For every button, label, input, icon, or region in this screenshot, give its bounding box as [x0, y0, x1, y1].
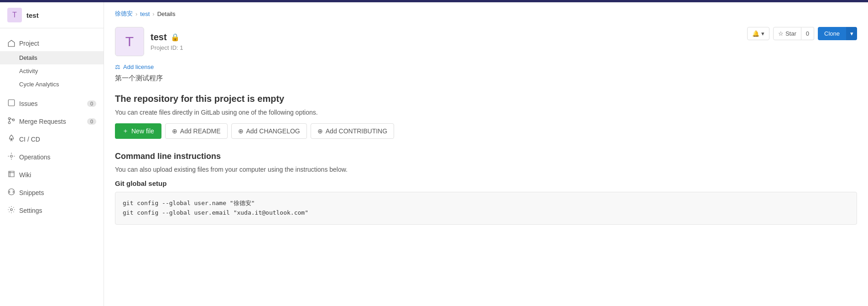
sidebar: T test Project Details Activity Cycle An… — [0, 2, 104, 306]
sidebar-item-cycle-analytics[interactable]: Cycle Analytics — [0, 78, 104, 91]
bell-icon: 🔔 — [752, 30, 759, 37]
svg-rect-0 — [8, 100, 15, 106]
project-meta: test 🔒 Project ID: 1 — [151, 32, 183, 51]
sidebar-item-ci-cd[interactable]: CI / CD — [0, 130, 104, 148]
new-file-button[interactable]: ＋ New file — [115, 123, 161, 139]
breadcrumb-user[interactable]: 徐德安 — [115, 10, 133, 18]
header-actions: 🔔 ▾ ☆ Star 0 Clone ▾ — [747, 27, 857, 40]
code-line-2: git config --global user.email "xuda.it@… — [123, 208, 849, 218]
sidebar-item-snippets[interactable]: Snippets — [0, 184, 104, 201]
operations-nav-left: Operations — [7, 152, 50, 162]
svg-point-2 — [8, 121, 10, 124]
action-buttons: ＋ New file ⊕ Add README ⊕ Add CHANGELOG … — [115, 123, 857, 139]
add-changelog-label: Add CHANGELOG — [246, 127, 300, 135]
clone-group: Clone ▾ — [818, 27, 857, 40]
sidebar-item-details[interactable]: Details — [0, 51, 104, 64]
operations-label: Operations — [19, 153, 50, 161]
breadcrumb-sep-1: › — [135, 11, 137, 17]
cmd-section: Command line instructions You can also u… — [115, 152, 857, 225]
project-section-label: Project — [19, 40, 39, 47]
star-count: 0 — [801, 27, 814, 40]
ci-cd-nav-left: CI / CD — [7, 134, 40, 144]
contributing-icon: ⊕ — [317, 127, 323, 135]
operations-icon — [7, 152, 16, 162]
sidebar-item-activity[interactable]: Activity — [0, 64, 104, 78]
code-line-1: git config --global user.name "徐德安" — [123, 199, 849, 208]
merge-requests-badge: 0 — [87, 118, 96, 125]
license-icon: ⚖ — [115, 63, 120, 70]
wiki-label: Wiki — [19, 171, 31, 179]
project-description: 第一个测试程序 — [115, 74, 857, 83]
sidebar-item-operations[interactable]: Operations — [0, 148, 104, 166]
sidebar-item-wiki[interactable]: Wiki — [0, 166, 104, 184]
notification-button[interactable]: 🔔 ▾ — [747, 27, 769, 40]
breadcrumb-sep-2: › — [152, 11, 154, 17]
star-label: Star — [785, 30, 796, 37]
issues-icon — [7, 99, 16, 108]
svg-point-6 — [10, 155, 13, 158]
changelog-icon: ⊕ — [238, 127, 244, 135]
add-contributing-label: Add CONTRIBUTING — [326, 127, 387, 135]
breadcrumb: 徐德安 › test › Details — [115, 10, 857, 18]
rocket-icon — [7, 134, 16, 144]
merge-requests-nav-left: Merge Requests — [7, 116, 66, 126]
ci-cd-label: CI / CD — [19, 136, 40, 143]
notification-chevron: ▾ — [761, 30, 764, 37]
sidebar-project-header[interactable]: T test — [0, 2, 104, 28]
project-name-row: test 🔒 — [151, 32, 183, 42]
add-license-label: Add license — [123, 63, 154, 70]
merge-requests-label: Merge Requests — [19, 118, 66, 125]
add-license-link[interactable]: ⚖ Add license — [115, 63, 857, 70]
main-content: 徐德安 › test › Details T test 🔒 Project ID… — [104, 2, 868, 306]
clone-chevron-button[interactable]: ▾ — [846, 27, 857, 40]
project-avatar: T — [115, 27, 144, 56]
lock-icon: 🔒 — [171, 33, 180, 42]
star-icon: ☆ — [778, 30, 784, 37]
add-readme-button[interactable]: ⊕ Add README — [165, 123, 228, 139]
empty-repo-section: The repository for this project is empty… — [115, 94, 857, 139]
svg-point-10 — [10, 209, 13, 211]
star-group: ☆ Star 0 — [773, 27, 814, 40]
issues-nav-left: Issues — [7, 99, 37, 108]
new-file-label: New file — [131, 127, 154, 135]
home-icon — [7, 39, 16, 47]
snippets-icon — [7, 188, 16, 197]
cmd-description: You can also upload existing files from … — [115, 166, 857, 173]
star-button[interactable]: ☆ Star — [773, 27, 801, 40]
git-global-heading: Git global setup — [115, 179, 857, 187]
project-info: T test 🔒 Project ID: 1 — [115, 27, 183, 56]
empty-repo-description: You can create files directly in GitLab … — [115, 109, 857, 116]
project-name-text: test — [151, 32, 167, 42]
add-changelog-button[interactable]: ⊕ Add CHANGELOG — [231, 123, 307, 139]
settings-nav-left: Settings — [7, 206, 42, 215]
wiki-nav-left: Wiki — [7, 170, 31, 179]
plus-icon: ＋ — [122, 127, 129, 135]
merge-icon — [7, 116, 16, 126]
snippets-label: Snippets — [19, 189, 44, 196]
clone-button[interactable]: Clone — [818, 27, 846, 40]
project-id: Project ID: 1 — [151, 44, 183, 51]
breadcrumb-current: Details — [157, 11, 176, 17]
project-header: T test 🔒 Project ID: 1 🔔 ▾ ☆ — [115, 27, 857, 56]
snippets-nav-left: Snippets — [7, 188, 44, 197]
issues-label: Issues — [19, 100, 37, 107]
add-contributing-button[interactable]: ⊕ Add CONTRIBUTING — [311, 123, 394, 139]
code-block-global: git config --global user.name "徐德安" git … — [115, 192, 857, 225]
empty-repo-heading: The repository for this project is empty — [115, 94, 857, 104]
sidebar-item-settings[interactable]: Settings — [0, 201, 104, 219]
readme-icon: ⊕ — [172, 127, 177, 135]
breadcrumb-project[interactable]: test — [140, 11, 150, 17]
sidebar-project-title: test — [26, 11, 39, 19]
gear-icon — [7, 206, 16, 215]
cmd-subsection-global: Git global setup git config --global use… — [115, 179, 857, 225]
sidebar-project-section-header[interactable]: Project — [0, 36, 104, 51]
issues-badge: 0 — [87, 100, 96, 107]
sidebar-item-merge-requests[interactable]: Merge Requests 0 — [0, 112, 104, 130]
sidebar-item-issues[interactable]: Issues 0 — [0, 95, 104, 112]
add-readme-label: Add README — [180, 127, 221, 135]
cmd-heading: Command line instructions — [115, 152, 857, 161]
settings-label: Settings — [19, 207, 42, 214]
sidebar-navigation: Project Details Activity Cycle Analytics… — [0, 28, 104, 223]
sidebar-project-avatar: T — [7, 8, 22, 22]
sidebar-project-section: Project Details Activity Cycle Analytics — [0, 32, 104, 95]
